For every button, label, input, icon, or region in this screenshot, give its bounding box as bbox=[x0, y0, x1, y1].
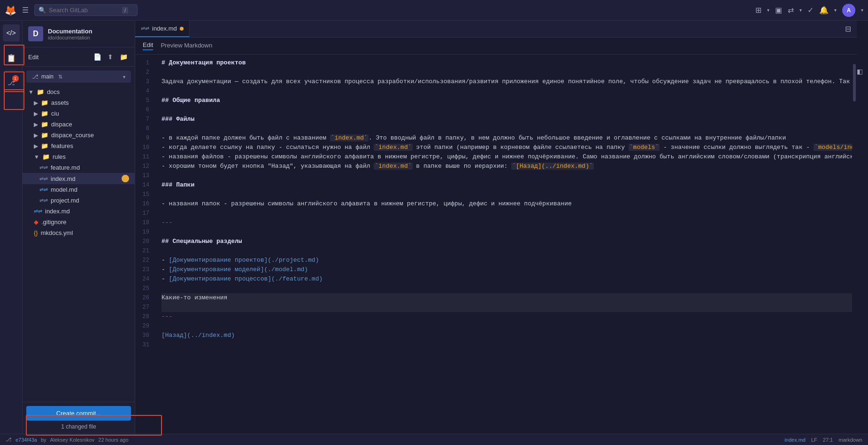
line-num-25: 25 bbox=[135, 284, 154, 293]
sidebar-item-source-tree[interactable]: </> bbox=[3, 24, 20, 41]
right-panel-toggle-icon[interactable]: ◧ bbox=[857, 68, 863, 75]
folder-icon-ciu: 📁 bbox=[41, 110, 48, 117]
line-num-4: 4 bbox=[135, 86, 154, 96]
new-folder-button[interactable]: 📁 bbox=[118, 51, 129, 62]
git-commit-icon: ⎇ bbox=[6, 437, 12, 443]
user-dropdown-icon[interactable]: ▾ bbox=[834, 8, 837, 13]
code-line-3: Задача документации — создать для всех у… bbox=[161, 77, 852, 86]
code-line-10: - когда делаете ссылку на папку - ссылат… bbox=[161, 143, 852, 152]
line-num-6: 6 bbox=[135, 105, 154, 115]
tree-item-mkdocs[interactable]: {} mkdocs.yml bbox=[23, 227, 135, 238]
topbar-dropdown-icon[interactable]: ▾ bbox=[767, 8, 769, 13]
tree-item-label-dispace-course: dispace_course bbox=[51, 132, 129, 139]
tab-preview-markdown[interactable]: Preview Markdown bbox=[161, 42, 212, 50]
editor-tabs: ⇌⇌ index.md ⊟ bbox=[135, 21, 857, 38]
create-icon[interactable]: ⊞ bbox=[755, 6, 761, 15]
sidebar: D Documentation ido/documentation Edit 📄… bbox=[23, 21, 135, 434]
tree-item-label-index-md-root: index.md bbox=[45, 208, 129, 215]
status-position: 27:1 bbox=[823, 437, 833, 443]
project-name: Documentation bbox=[48, 28, 92, 35]
code-line-26: Какие-то изменения bbox=[161, 293, 852, 303]
tree-item-label-dispace: dispace bbox=[51, 121, 129, 128]
gitignore-icon: ◆ bbox=[34, 219, 38, 226]
tab-edit[interactable]: Edit bbox=[143, 41, 153, 50]
tab-index-md[interactable]: ⇌⇌ index.md bbox=[135, 21, 190, 37]
avatar[interactable]: A bbox=[842, 4, 855, 17]
merge-request-icon[interactable]: ⇄ bbox=[788, 6, 794, 15]
hamburger-menu-icon[interactable]: ☰ bbox=[22, 6, 29, 15]
mr-dropdown-icon[interactable]: ▾ bbox=[799, 8, 802, 13]
folder-closed-icon-features: ▶ bbox=[34, 143, 38, 149]
line-num-27: 27 bbox=[135, 303, 154, 312]
status-author-label: by bbox=[41, 437, 46, 443]
status-filename[interactable]: index.md bbox=[784, 437, 806, 443]
branch-selector[interactable]: ⎇ main ⇅ ▾ bbox=[26, 70, 131, 83]
tree-item-label-assets: assets bbox=[51, 99, 129, 106]
topbar: 🦊 ☰ 🔍 / ⊞ ▾ ▣ ⇄ ▾ ✓ 🔔 ▾ A ▾ bbox=[0, 0, 868, 21]
tree-item-feature-md[interactable]: ⇌⇌ feature.md bbox=[23, 162, 135, 173]
tree-item-dispace-course[interactable]: ▶ 📁 dispace_course bbox=[23, 130, 135, 141]
source-tree-icon: </> bbox=[6, 29, 15, 37]
tree-item-label-project-md: project.md bbox=[51, 197, 129, 204]
tree-item-index-md-rules[interactable]: ⇌⇌ index.md bbox=[23, 173, 135, 184]
sidebar-bottom: Create commit... 1 changed file bbox=[23, 402, 135, 434]
code-line-16: - названия папок - разрешены символы анг… bbox=[161, 199, 852, 209]
folder-icon-features: 📁 bbox=[41, 142, 48, 149]
upload-button[interactable]: ⬆ bbox=[105, 51, 116, 62]
branch-name: main bbox=[41, 73, 54, 80]
tree-item-dispace[interactable]: ▶ 📁 dispace bbox=[23, 119, 135, 130]
notification-icon[interactable]: 🔔 bbox=[819, 6, 829, 15]
new-file-button[interactable]: 📄 bbox=[92, 51, 103, 62]
tree-item-index-md-root[interactable]: ⇌⇌ index.md bbox=[23, 206, 135, 217]
tree-item-label-gitignore: .gitignore bbox=[41, 219, 129, 226]
folder-open-icon-rules: ▼ bbox=[34, 154, 39, 160]
tree-item-label-rules: rules bbox=[53, 153, 129, 160]
code-content[interactable]: # Документация проектов Задача документа… bbox=[154, 55, 852, 434]
code-line-13 bbox=[161, 171, 852, 180]
line-num-31: 31 bbox=[135, 340, 154, 350]
editor-scrollbar[interactable] bbox=[852, 55, 857, 434]
code-line-25 bbox=[161, 284, 852, 293]
search-input[interactable] bbox=[49, 7, 119, 14]
folder-icon-dispace-course: 📁 bbox=[41, 132, 48, 139]
line-num-29: 29 bbox=[135, 321, 154, 331]
commit-hash[interactable]: e734f43a bbox=[15, 437, 37, 443]
line-num-22: 22 bbox=[135, 256, 154, 265]
line-numbers: 1 2 3 4 5 6 7 8 9 10 11 12 13 14 15 16 1… bbox=[135, 55, 154, 434]
todo-icon[interactable]: ✓ bbox=[807, 6, 814, 15]
icon-bar-divider bbox=[6, 45, 17, 46]
tree-item-features[interactable]: ▶ 📁 features bbox=[23, 141, 135, 151]
line-num-17: 17 bbox=[135, 209, 154, 218]
tree-item-assets[interactable]: ▶ 📁 assets bbox=[23, 97, 135, 108]
folder-closed-icon-dispace-course: ▶ bbox=[34, 132, 38, 139]
search-bar[interactable]: 🔍 / bbox=[34, 4, 138, 16]
tab-file-icon: ⇌⇌ bbox=[141, 25, 149, 31]
tree-item-gitignore[interactable]: ◆ .gitignore bbox=[23, 217, 135, 227]
sidebar-item-git[interactable]: ⎇ 1 bbox=[3, 74, 20, 91]
line-num-15: 15 bbox=[135, 190, 154, 199]
code-line-7: ### Файлы bbox=[161, 115, 852, 124]
expand-panel-icon[interactable]: ⊟ bbox=[839, 24, 857, 33]
tree-item-model-md[interactable]: ⇌⇌ model.md bbox=[23, 184, 135, 195]
status-bar-right: index.md LF 27:1 markdown bbox=[784, 437, 862, 443]
line-num-24: 24 bbox=[135, 274, 154, 284]
line-num-2: 2 bbox=[135, 68, 154, 77]
tree-item-docs[interactable]: ▼ 📁 docs bbox=[23, 86, 135, 97]
editor-scrollbar-thumb bbox=[853, 64, 856, 101]
line-num-21: 21 bbox=[135, 246, 154, 256]
tree-item-ciu[interactable]: ▶ 📁 ciu bbox=[23, 108, 135, 119]
tree-item-project-md[interactable]: ⇌⇌ project.md bbox=[23, 195, 135, 206]
create-commit-button[interactable]: Create commit... bbox=[26, 406, 131, 421]
code-line-30: [Назад](../index.md) bbox=[161, 331, 852, 340]
panel-icon[interactable]: ▣ bbox=[775, 6, 782, 15]
code-line-27 bbox=[161, 303, 852, 312]
md-file-icon-model: ⇌⇌ bbox=[39, 187, 48, 193]
tree-item-rules[interactable]: ▼ 📁 rules bbox=[23, 151, 135, 162]
tab-filename: index.md bbox=[152, 25, 177, 32]
editor-area: ⇌⇌ index.md ⊟ Edit Preview Markdown 1 2 … bbox=[135, 21, 857, 434]
code-line-24: - [Документирование процессов](./feature… bbox=[161, 274, 852, 284]
gitlab-logo-icon: 🦊 bbox=[5, 5, 16, 16]
status-bar-left: ⎇ e734f43a by Aleksey Kolesnikov 22 hour… bbox=[6, 437, 779, 443]
sidebar-item-issues[interactable]: 📋 bbox=[3, 49, 20, 66]
avatar-dropdown-icon[interactable]: ▾ bbox=[861, 8, 863, 13]
